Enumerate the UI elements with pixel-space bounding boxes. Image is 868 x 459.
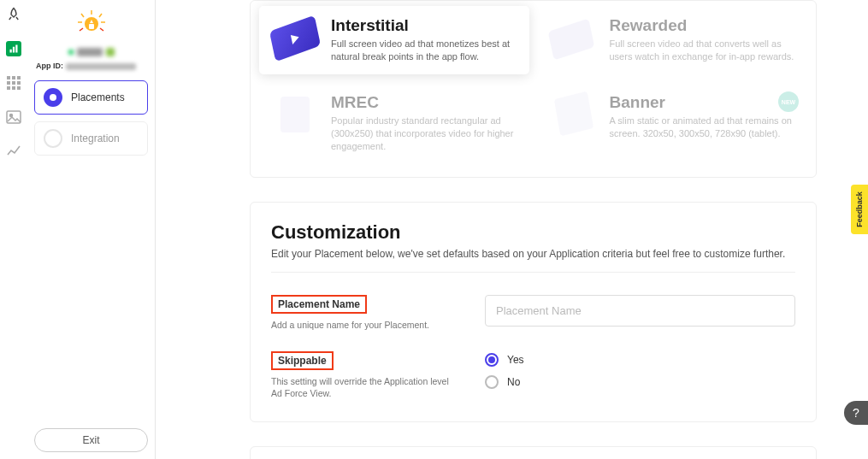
platform-icon — [106, 48, 115, 56]
grid-icon[interactable] — [6, 75, 21, 91]
radio-label: Yes — [507, 354, 524, 366]
app-logo — [73, 7, 110, 44]
radio-selected-icon — [485, 353, 499, 367]
svg-rect-4 — [12, 76, 15, 79]
svg-line-18 — [99, 14, 102, 17]
svg-rect-6 — [7, 81, 10, 85]
svg-line-22 — [100, 28, 103, 31]
app-id-label: App ID: — [36, 62, 63, 70]
sidebar-item-label: Integration — [71, 132, 120, 144]
ad-format-section: Interstitial Full screen video ad that m… — [250, 0, 817, 178]
svg-rect-5 — [17, 76, 21, 79]
svg-rect-15 — [89, 24, 94, 29]
exit-button[interactable]: Exit — [34, 428, 148, 452]
format-card-mrec[interactable]: MREC Popular industry standard rectangul… — [259, 83, 529, 163]
placement-name-input[interactable] — [485, 295, 795, 327]
svg-rect-9 — [7, 86, 10, 90]
monetization-section: Monetization — [250, 446, 817, 459]
placement-name-help: Add a unique name for your Placement. — [271, 319, 459, 331]
format-card-interstitial[interactable]: Interstitial Full screen video ad that m… — [259, 6, 529, 74]
placement-name-label: Placement Name — [271, 295, 367, 314]
format-card-rewarded[interactable]: Rewarded Full screen video ad that conve… — [538, 6, 808, 74]
format-title: Interstitial — [331, 16, 517, 35]
format-title: MREC — [331, 93, 517, 112]
help-button[interactable]: ? — [844, 401, 868, 425]
svg-line-21 — [80, 28, 83, 31]
main-content: Interstitial Full screen video ad that m… — [156, 0, 868, 459]
customization-subtitle: Edit your Placement below, we've set def… — [271, 248, 795, 260]
trend-icon[interactable] — [6, 144, 21, 159]
sidebar-item-placements[interactable]: Placements — [34, 80, 148, 115]
radio-active-icon — [44, 88, 62, 107]
radio-label: No — [507, 376, 520, 388]
image-icon[interactable] — [6, 109, 21, 125]
format-card-banner[interactable]: NEW Banner A slim static or animated ad … — [538, 83, 808, 163]
app-name-redacted — [77, 48, 103, 56]
svg-rect-11 — [17, 86, 21, 90]
sidebar-item-label: Placements — [71, 91, 125, 103]
skippable-no-radio[interactable]: No — [485, 375, 795, 389]
help-icon: ? — [853, 406, 859, 420]
format-desc: A slim static or animated ad that remain… — [610, 115, 796, 140]
rocket-icon[interactable] — [6, 7, 21, 22]
skippable-help: This setting will override the Applicati… — [271, 375, 459, 399]
sidebar-item-integration[interactable]: Integration — [34, 121, 148, 156]
svg-rect-3 — [7, 76, 10, 79]
skippable-yes-radio[interactable]: Yes — [485, 353, 795, 367]
skippable-label: Skippable — [271, 351, 334, 370]
format-desc: Popular industry standard rectangular ad… — [331, 115, 517, 153]
format-title: Banner — [610, 93, 796, 112]
svg-rect-12 — [7, 111, 21, 123]
placement-name-row: Placement Name Add a unique name for you… — [271, 295, 795, 331]
customization-title: Customization — [271, 221, 795, 244]
skippable-row: Skippable This setting will override the… — [271, 351, 795, 399]
format-desc: Full screen video ad that converts well … — [610, 38, 796, 63]
app-id: App ID: — [36, 60, 146, 72]
mrec-illustration-icon — [271, 93, 319, 141]
feedback-label: Feedback — [855, 191, 864, 227]
customization-section: Customization Edit your Placement below,… — [250, 202, 817, 423]
app-name-row — [36, 48, 146, 56]
skippable-radio-group: Yes No — [485, 351, 795, 389]
new-badge-icon: NEW — [778, 91, 799, 112]
interstitial-illustration-icon — [271, 16, 319, 64]
svg-rect-0 — [10, 50, 12, 53]
feedback-tab[interactable]: Feedback — [851, 185, 868, 234]
banner-illustration-icon — [550, 93, 598, 141]
svg-rect-8 — [17, 81, 21, 85]
rewarded-illustration-icon — [550, 16, 598, 64]
format-desc: Full screen video ad that monetizes best… — [331, 38, 517, 63]
svg-rect-1 — [13, 47, 15, 53]
nav-items: Placements Integration — [27, 72, 155, 171]
status-dot-icon — [68, 50, 74, 55]
svg-rect-2 — [15, 45, 17, 53]
icon-rail — [0, 0, 27, 459]
svg-line-17 — [81, 14, 84, 17]
divider — [271, 272, 795, 273]
svg-rect-10 — [12, 86, 15, 90]
radio-inactive-icon — [44, 129, 62, 148]
app-header: App ID: — [27, 0, 155, 72]
sidebar: App ID: Placements Integration Exit — [27, 0, 156, 459]
monetization-title: Monetization — [251, 447, 816, 459]
radio-unselected-icon — [485, 375, 499, 389]
app-id-redacted — [66, 63, 136, 70]
svg-rect-7 — [12, 81, 15, 85]
chart-icon[interactable] — [6, 41, 21, 56]
format-title: Rewarded — [610, 16, 796, 35]
